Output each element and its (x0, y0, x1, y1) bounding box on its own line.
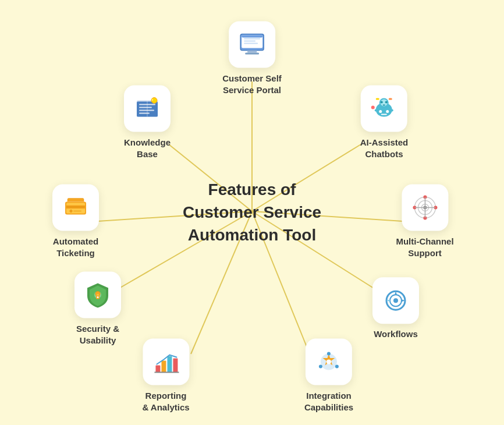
node-integration: IntegrationCapabilities (304, 339, 353, 413)
label-reporting: Reporting& Analytics (142, 390, 189, 413)
svg-rect-65 (66, 207, 85, 208)
svg-point-25 (386, 110, 389, 113)
label-multi-channel: Multi-ChannelSupport (396, 236, 453, 258)
node-knowledge-base: KnowledgeBase (124, 86, 171, 160)
svg-rect-29 (376, 98, 379, 100)
label-ai-chatbots: AI-AssistedChatbots (360, 137, 409, 160)
icon-reporting (143, 339, 189, 385)
svg-point-74 (152, 99, 155, 102)
svg-point-46 (393, 298, 398, 303)
svg-rect-28 (390, 109, 393, 112)
icon-customer-self-service (229, 22, 275, 68)
icon-knowledge-base (124, 86, 171, 132)
node-ai-chatbots: AI-AssistedChatbots (360, 86, 409, 160)
node-multi-channel: Multi-ChannelSupport (396, 185, 453, 258)
svg-rect-27 (375, 109, 378, 112)
svg-rect-52 (155, 366, 160, 373)
label-workflows: Workflows (374, 328, 418, 340)
svg-rect-70 (139, 110, 154, 111)
node-security: Security &Usability (74, 272, 121, 346)
icon-integration (306, 339, 352, 385)
svg-rect-15 (244, 41, 255, 42)
label-security: Security &Usability (76, 323, 119, 346)
node-automated-ticketing: AutomatedTicketing (52, 185, 99, 258)
svg-point-24 (379, 110, 382, 113)
svg-point-21 (385, 101, 388, 104)
svg-point-48 (326, 360, 331, 364)
svg-point-51 (319, 365, 322, 369)
svg-rect-22 (383, 105, 385, 106)
node-customer-self-service: Customer SelfService Portal (222, 22, 282, 95)
svg-rect-67 (73, 211, 81, 212)
svg-rect-60 (97, 295, 99, 296)
svg-rect-71 (139, 113, 150, 114)
svg-rect-14 (244, 38, 260, 40)
label-integration: IntegrationCapabilities (304, 390, 353, 413)
label-automated-ticketing: AutomatedTicketing (53, 236, 98, 258)
node-reporting: Reporting& Analytics (142, 339, 189, 413)
icon-security (74, 272, 121, 318)
center-title-text: Features of Customer Service Automation … (183, 178, 321, 247)
svg-rect-53 (161, 361, 166, 373)
svg-rect-11 (242, 36, 262, 38)
icon-workflows (372, 277, 419, 324)
svg-point-50 (335, 365, 339, 369)
svg-rect-54 (167, 356, 172, 373)
icon-automated-ticketing (52, 185, 99, 231)
svg-rect-55 (173, 359, 178, 373)
svg-rect-12 (247, 51, 257, 53)
svg-point-61 (97, 296, 99, 298)
svg-point-31 (371, 106, 375, 109)
svg-rect-26 (381, 114, 387, 115)
icon-multi-channel (402, 185, 448, 231)
svg-rect-16 (244, 43, 258, 44)
center-title: Features of Customer Service Automation … (183, 178, 321, 247)
label-customer-self-service: Customer SelfService Portal (222, 73, 282, 95)
svg-rect-69 (139, 107, 152, 108)
svg-point-20 (381, 101, 383, 104)
svg-point-66 (70, 210, 72, 212)
icon-ai-chatbots (361, 86, 407, 132)
svg-point-49 (327, 352, 331, 356)
node-workflows: Workflows (372, 277, 419, 340)
svg-rect-13 (245, 53, 259, 55)
label-knowledge-base: KnowledgeBase (124, 137, 171, 160)
svg-rect-30 (389, 98, 392, 100)
diagram-container: Features of Customer Service Automation … (0, 0, 504, 425)
